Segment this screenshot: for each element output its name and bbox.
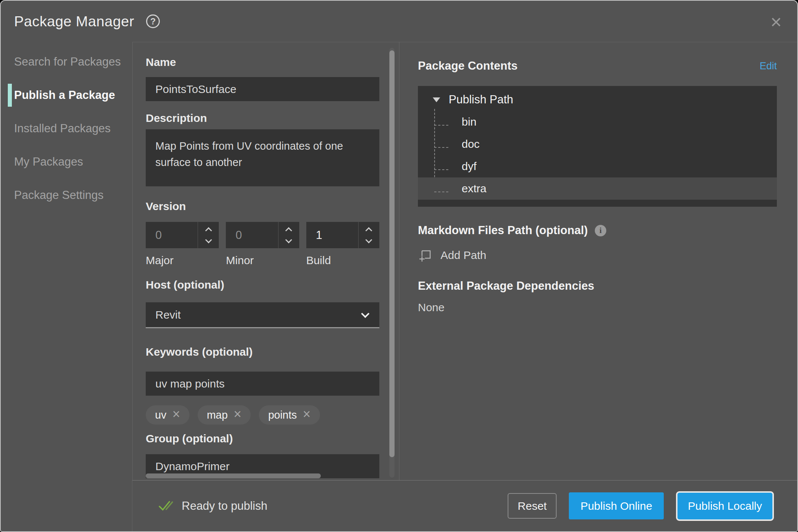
tree-root-publish-path[interactable]: Publish Path [418, 89, 777, 111]
keyword-tag-map: map × [198, 405, 251, 425]
version-major-stepper: 0 [146, 222, 219, 248]
major-label: Major [146, 254, 219, 267]
name-label: Name [146, 55, 379, 69]
keyword-tag-uv: uv × [146, 405, 189, 425]
active-item-accent-bar [8, 84, 12, 107]
sidebar-item-label: My Packages [14, 155, 83, 169]
host-selected-value: Revit [155, 309, 181, 321]
minor-label: Minor [226, 254, 299, 267]
sidebar-item-label: Search for Packages [14, 55, 121, 69]
footer-spacer [1, 480, 132, 531]
remove-tag-icon[interactable]: × [234, 408, 241, 421]
tree-item-label: extra [462, 182, 487, 195]
version-build-value[interactable]: 1 [306, 222, 359, 248]
markdown-path-label: Markdown Files Path (optional) [418, 224, 588, 237]
sidebar-item-label: Package Settings [14, 189, 103, 202]
add-path-button[interactable]: Add Path [418, 247, 514, 263]
help-icon[interactable]: ? [146, 14, 160, 28]
host-label: Host (optional) [146, 278, 379, 292]
version-build-stepper: 1 [306, 222, 379, 248]
dialog-body: Search for Packages Publish a Package In… [1, 42, 797, 480]
tree-item-label: doc [462, 138, 479, 150]
reset-button[interactable]: Reset [508, 493, 557, 519]
sidebar-item-search-for-packages[interactable]: Search for Packages [1, 45, 132, 79]
dependencies-label: External Package Dependencies [418, 279, 777, 293]
tree-item-extra[interactable]: extra [418, 177, 777, 200]
publish-online-button[interactable]: Publish Online [569, 492, 663, 519]
minor-decrement-icon[interactable] [285, 236, 292, 243]
tree-item-dyf[interactable]: dyf [418, 155, 777, 177]
sidebar: Search for Packages Publish a Package In… [1, 42, 132, 480]
group-label: Group (optional) [146, 432, 379, 445]
tag-label: map [207, 409, 228, 421]
sidebar-item-label: Installed Packages [14, 122, 111, 135]
version-steppers: 0 0 [146, 222, 379, 248]
host-select[interactable]: Revit [146, 302, 379, 328]
sidebar-item-package-settings[interactable]: Package Settings [1, 179, 132, 212]
sidebar-item-installed-packages[interactable]: Installed Packages [1, 112, 132, 145]
publish-form-panel: Name Description Map Points from UV coor… [132, 42, 399, 480]
horizontal-scrollbar[interactable] [146, 473, 379, 478]
tree-expand-icon[interactable] [433, 97, 440, 102]
major-increment-icon[interactable] [205, 227, 212, 234]
build-label: Build [306, 254, 379, 267]
dependencies-value: None [418, 301, 777, 314]
name-input[interactable] [146, 77, 379, 101]
tree-item-label: dyf [462, 160, 477, 173]
chevron-down-icon [361, 310, 370, 318]
info-icon[interactable]: i [595, 225, 606, 236]
version-major-value[interactable]: 0 [146, 222, 198, 248]
keyword-tags: uv × map × points × [146, 405, 379, 425]
build-increment-icon[interactable] [366, 227, 372, 234]
tree-item-doc[interactable]: doc [418, 133, 777, 155]
vertical-scrollbar[interactable] [389, 48, 395, 478]
version-field-labels: Major Minor Build [146, 254, 379, 267]
version-label: Version [146, 199, 379, 213]
minor-increment-icon[interactable] [285, 227, 292, 234]
sidebar-item-publish-a-package[interactable]: Publish a Package [1, 79, 132, 112]
package-manager-dialog: Package Manager ? × Search for Packages … [0, 0, 798, 532]
add-folder-icon [418, 247, 433, 263]
keyword-tag-points: points × [259, 405, 320, 425]
sidebar-item-label: Publish a Package [14, 89, 115, 102]
tag-label: uv [155, 409, 166, 421]
version-minor-value[interactable]: 0 [226, 222, 278, 248]
sidebar-item-my-packages[interactable]: My Packages [1, 145, 132, 179]
tree-item-bin[interactable]: bin [418, 111, 777, 133]
description-input[interactable]: Map Points from UV coordinates of one su… [146, 129, 379, 186]
package-contents-tree: Publish Path bin doc dyf extra [418, 86, 777, 207]
ready-check-icon [158, 500, 174, 512]
horizontal-scrollbar-thumb[interactable] [146, 473, 321, 478]
publish-locally-button[interactable]: Publish Locally [676, 491, 774, 521]
version-minor-stepper: 0 [226, 222, 299, 248]
title-bar: Package Manager ? × [1, 1, 797, 42]
add-path-label: Add Path [441, 249, 486, 262]
vertical-scrollbar-thumb[interactable] [389, 50, 395, 457]
description-label: Description [146, 111, 379, 125]
window-title: Package Manager [14, 13, 134, 30]
edit-link[interactable]: Edit [759, 60, 777, 72]
footer-bar: Ready to publish Reset Publish Online Pu… [1, 480, 797, 531]
remove-tag-icon[interactable]: × [172, 408, 180, 421]
content-area: Name Description Map Points from UV coor… [132, 42, 797, 480]
package-contents-panel: Package Contents Edit Publish Path bin d… [399, 42, 797, 480]
close-icon[interactable]: × [771, 11, 782, 31]
status-text: Ready to publish [182, 499, 267, 513]
tree-root-label: Publish Path [449, 93, 513, 106]
remove-tag-icon[interactable]: × [303, 408, 311, 421]
tree-item-label: bin [462, 116, 477, 128]
publish-status: Ready to publish [158, 499, 267, 513]
package-contents-title: Package Contents [418, 59, 518, 73]
keywords-label: Keywords (optional) [146, 345, 379, 359]
keywords-input[interactable] [146, 372, 379, 396]
build-decrement-icon[interactable] [366, 236, 372, 243]
tag-label: points [268, 409, 297, 421]
major-decrement-icon[interactable] [205, 236, 212, 243]
